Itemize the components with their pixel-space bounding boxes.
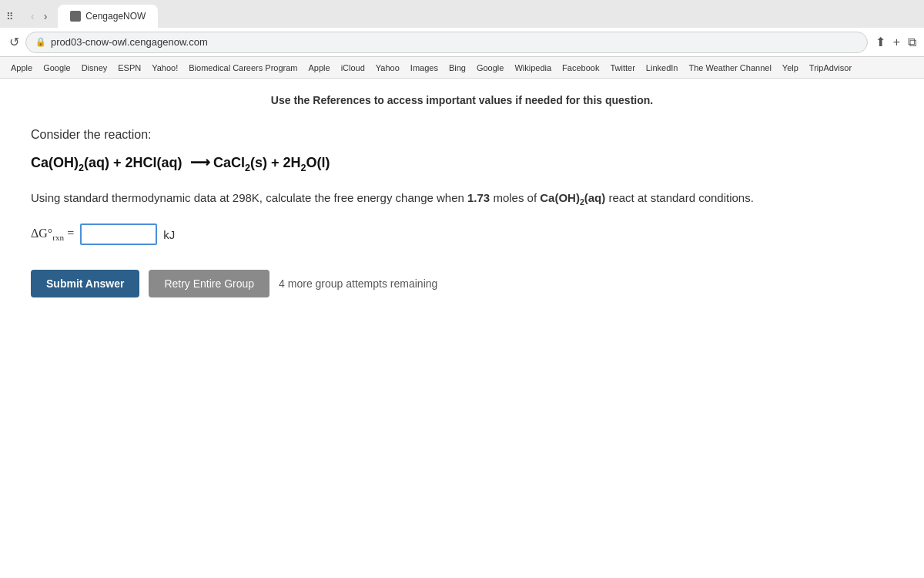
reaction-text: Ca(OH)2(aq) + 2HCl(aq) ⟶ CaCl2(s) + 2H2O… [31,154,330,173]
delta-g-row: ΔG°rxn = kJ [31,223,893,245]
forward-button[interactable]: › [41,8,51,24]
bookmark-apple[interactable]: Apple [6,62,37,74]
url-text: prod03-cnow-owl.cengagenow.com [51,36,208,48]
browser-chrome: ⠿ ‹ › CengageNOW ↺ 🔒 prod03-cnow-owl.cen… [0,0,924,79]
delta-g-input[interactable] [80,223,157,245]
buttons-row: Submit Answer Retry Entire Group 4 more … [31,270,893,297]
share-button[interactable]: ⬆ [874,33,887,51]
bookmark-tripadvisor[interactable]: TripAdvisor [805,62,856,74]
sidebar-button[interactable]: ⧉ [906,34,918,51]
bookmark-biomedical[interactable]: Biomedical Careers Program [184,62,302,74]
window-controls: ⠿ [6,11,18,22]
bookmark-yahoo[interactable]: Yahoo! [147,62,182,74]
tab-title: CengageNOW [85,11,146,22]
bookmark-google[interactable]: Google [38,62,75,74]
bookmark-linkedin[interactable]: LinkedIn [641,62,683,74]
bookmark-icloud[interactable]: iCloud [336,62,370,74]
retry-entire-group-button[interactable]: Retry Entire Group [149,270,270,297]
bookmark-yahoo2[interactable]: Yahoo [371,62,404,74]
tab-favicon [70,11,81,22]
bookmark-apple2[interactable]: Apple [304,62,335,74]
reaction-equation: Ca(OH)2(aq) + 2HCl(aq) ⟶ CaCl2(s) + 2H2O… [31,154,893,173]
address-bar[interactable]: 🔒 prod03-cnow-owl.cengagenow.com [25,32,868,53]
active-tab[interactable]: CengageNOW [58,5,158,28]
bookmark-disney[interactable]: Disney [77,62,112,74]
kj-label: kJ [163,228,175,241]
bookmark-bing[interactable]: Bing [444,62,470,74]
toolbar-actions: ⬆ + ⧉ [874,33,918,51]
new-tab-button[interactable]: + [892,34,902,51]
reload-button[interactable]: ↺ [6,33,22,51]
bookmark-images[interactable]: Images [406,62,443,74]
bookmark-twitter[interactable]: Twitter [605,62,639,74]
description-text: Using standard thermodynamic data at 298… [31,189,893,209]
bookmark-wikipedia[interactable]: Wikipedia [510,62,556,74]
page-content: Use the References to access important v… [0,79,924,578]
nav-controls: ‹ › [28,8,50,24]
consider-label: Consider the reaction: [31,128,893,142]
bookmark-yelp[interactable]: Yelp [778,62,803,74]
lock-icon: 🔒 [35,37,46,47]
attempts-remaining-text: 4 more group attempts remaining [279,277,437,290]
bookmark-google2[interactable]: Google [472,62,508,74]
submit-answer-button[interactable]: Submit Answer [31,270,139,297]
tab-bar: ⠿ ‹ › CengageNOW [0,0,924,28]
grid-icon[interactable]: ⠿ [6,11,14,22]
toolbar: ↺ 🔒 prod03-cnow-owl.cengagenow.com ⬆ + ⧉ [0,28,924,57]
bookmark-weather[interactable]: The Weather Channel [684,62,775,74]
bookmark-espn[interactable]: ESPN [113,62,146,74]
reference-note: Use the References to access important v… [31,94,893,106]
delta-g-label: ΔG°rxn = [31,227,74,242]
back-button[interactable]: ‹ [28,8,38,24]
bookmarks-bar: Apple Google Disney ESPN Yahoo! Biomedic… [0,57,924,79]
bookmark-facebook[interactable]: Facebook [557,62,604,74]
